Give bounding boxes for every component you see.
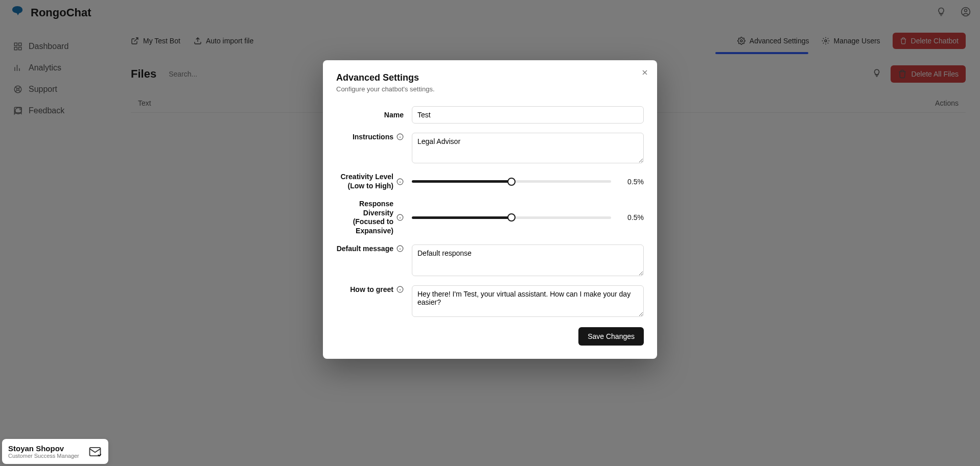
- save-changes-button[interactable]: Save Changes: [578, 327, 644, 346]
- mail-icon: [88, 445, 102, 459]
- instructions-label: Instructions: [336, 133, 404, 141]
- name-label: Name: [336, 111, 404, 119]
- diversity-value: 0.5%: [619, 213, 644, 222]
- default-message-input[interactable]: [412, 244, 644, 276]
- info-icon[interactable]: [396, 286, 404, 293]
- slider-fill: [412, 180, 511, 183]
- info-icon[interactable]: [396, 214, 404, 221]
- how-to-greet-input[interactable]: [412, 285, 644, 317]
- svg-rect-16: [90, 447, 101, 455]
- advanced-settings-modal: Advanced Settings Configure your chatbot…: [323, 60, 657, 359]
- modal-title: Advanced Settings: [336, 72, 644, 83]
- how-to-greet-label: How to greet: [336, 285, 404, 293]
- diversity-label: Response Diversity (Focused to Expansive…: [336, 200, 404, 235]
- slider-thumb[interactable]: [507, 178, 516, 186]
- close-button[interactable]: [641, 68, 649, 79]
- close-icon: [641, 68, 649, 77]
- modal-subtitle: Configure your chatbot's settings.: [336, 85, 644, 93]
- csm-name: Stoyan Shopov: [8, 444, 79, 453]
- creativity-label: Creativity Level (Low to High): [336, 173, 404, 190]
- info-icon[interactable]: [396, 178, 404, 185]
- default-message-label: Default message: [336, 244, 404, 253]
- creativity-value: 0.5%: [619, 178, 644, 186]
- slider-fill: [412, 216, 511, 219]
- csm-role: Customer Success Manager: [8, 453, 79, 459]
- modal-overlay[interactable]: Advanced Settings Configure your chatbot…: [0, 0, 980, 466]
- info-icon[interactable]: [396, 245, 404, 252]
- name-input[interactable]: [412, 106, 644, 124]
- csm-card[interactable]: Stoyan Shopov Customer Success Manager: [2, 439, 108, 464]
- diversity-slider[interactable]: [412, 216, 611, 219]
- creativity-slider[interactable]: [412, 180, 611, 183]
- instructions-input[interactable]: [412, 133, 644, 163]
- slider-thumb[interactable]: [507, 213, 516, 222]
- info-icon[interactable]: [396, 133, 404, 140]
